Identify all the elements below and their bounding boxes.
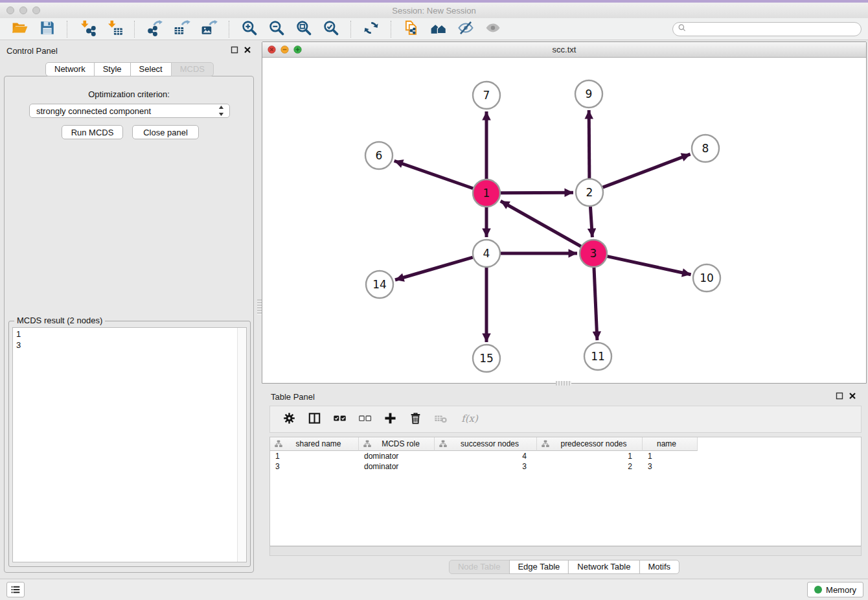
memory-label: Memory (826, 585, 856, 595)
export-image-icon (201, 19, 218, 38)
tab-motifs[interactable]: Motifs (639, 560, 680, 574)
graph-node-15[interactable]: 15 (473, 345, 500, 372)
graph-node-label: 3 (590, 247, 597, 260)
column-header-name[interactable]: name (643, 437, 698, 451)
network-canvas[interactable]: 7968124314101511 (262, 58, 866, 383)
tree-icon (542, 440, 549, 448)
search-input[interactable] (687, 23, 861, 35)
result-scrollbar[interactable] (237, 328, 246, 562)
table-row[interactable]: 3dominator323 (270, 461, 861, 472)
delete-table-icon (434, 411, 448, 427)
graph-node-label: 9 (586, 87, 593, 100)
mcds-result-textarea[interactable]: 13 (12, 327, 247, 562)
graph-edge-3-11[interactable] (594, 268, 597, 340)
graph-edge-2-8[interactable] (603, 154, 691, 187)
gear-button[interactable] (282, 411, 296, 427)
network-graph: 7968124314101511 (262, 58, 866, 383)
first-neighbors-button[interactable] (429, 20, 448, 38)
zoom-fit-button[interactable] (295, 20, 313, 38)
graph-node-3[interactable]: 3 (580, 240, 607, 267)
tab-select[interactable]: Select (130, 62, 172, 76)
control-panel-close-icon[interactable] (242, 45, 253, 56)
graph-node-7[interactable]: 7 (473, 82, 500, 109)
vertical-splitter-grip[interactable] (257, 299, 262, 315)
zoom-selected-button[interactable] (322, 20, 340, 38)
control-panel-tabs: NetworkStyleSelectMCDS (45, 62, 214, 76)
graph-node-4[interactable]: 4 (473, 240, 500, 267)
tab-mcds[interactable]: MCDS (171, 62, 214, 76)
zoom-out-button[interactable] (268, 20, 286, 38)
table-panel-close-icon[interactable] (847, 391, 858, 402)
tab-style[interactable]: Style (94, 62, 131, 76)
delete-button[interactable] (409, 411, 422, 427)
tab-network-table[interactable]: Network Table (568, 560, 639, 574)
graph-edge-3-1[interactable] (501, 201, 581, 246)
graph-node-11[interactable]: 11 (584, 343, 611, 370)
zoom-in-button[interactable] (240, 20, 258, 38)
graph-edge-2-3[interactable] (590, 207, 592, 237)
graph-node-8[interactable]: 8 (692, 135, 719, 162)
task-history-button[interactable] (6, 582, 25, 597)
graph-edge-2-9[interactable] (589, 110, 589, 178)
column-label: predecessor nodes (552, 439, 642, 448)
memory-status-icon (814, 586, 822, 594)
tab-network[interactable]: Network (45, 62, 95, 76)
export-image-button[interactable] (200, 20, 218, 38)
duplicate-network-button[interactable] (402, 20, 420, 38)
memory-button[interactable]: Memory (807, 582, 863, 597)
mcds-tab-content: Optimization criterion: strongly connect… (4, 76, 254, 573)
graph-edge-1-2[interactable] (501, 192, 573, 193)
import-table-button[interactable] (106, 20, 124, 38)
zoom-fit-icon (295, 19, 312, 38)
node-table: shared nameMCDS rolesuccessor nodesprede… (269, 437, 862, 546)
graph-node-label: 1 (483, 187, 490, 200)
tab-node-table[interactable]: Node Table (449, 560, 510, 574)
control-panel-float-icon[interactable] (229, 45, 240, 56)
import-network-button[interactable] (78, 20, 97, 38)
cell-name: 3 (643, 461, 698, 472)
graph-node-10[interactable]: 10 (693, 264, 720, 292)
close-panel-button[interactable]: Close panel (132, 125, 199, 139)
add-button[interactable] (383, 411, 397, 427)
graph-node-label: 2 (586, 186, 593, 199)
refresh-button[interactable] (362, 20, 380, 38)
save-button[interactable] (38, 20, 56, 38)
refresh-icon (363, 19, 380, 38)
graph-node-14[interactable]: 14 (366, 271, 393, 298)
search-field (672, 22, 862, 36)
tree-icon (275, 440, 282, 448)
toolbar-separator (134, 21, 135, 38)
graph-node-1[interactable]: 1 (473, 179, 500, 207)
graph-node-label: 14 (372, 278, 387, 291)
select-all-icon (333, 411, 347, 427)
graph-edge-1-6[interactable] (394, 161, 474, 188)
criterion-select[interactable]: strongly connected component (29, 104, 230, 118)
graph-node-6[interactable]: 6 (365, 142, 393, 169)
select-all-button[interactable] (333, 411, 347, 427)
column-header-predecessor-nodes[interactable]: predecessor nodes (537, 437, 643, 451)
graph-edge-3-10[interactable] (607, 257, 691, 275)
column-header-successor-nodes[interactable]: successor nodes (435, 437, 537, 451)
table-horizontal-scrollbar[interactable] (269, 546, 862, 556)
graph-edge-4-14[interactable] (395, 257, 473, 280)
run-mcds-button[interactable]: Run MCDS (62, 125, 123, 139)
tab-edge-table[interactable]: Edge Table (508, 560, 569, 574)
open-folder-button[interactable] (11, 20, 29, 38)
table-panel: Table Panel f(x) shared nameMCDS rolesuc… (262, 386, 867, 577)
column-header-mcds-role[interactable]: MCDS role (359, 437, 435, 451)
hide-selected-button[interactable] (457, 20, 475, 38)
deselect-all-button[interactable] (358, 411, 372, 427)
graph-node-2[interactable]: 2 (576, 179, 603, 206)
graph-node-9[interactable]: 9 (575, 80, 602, 108)
graph-node-label: 8 (702, 142, 709, 155)
import-network-icon (79, 19, 96, 38)
table-panel-float-icon[interactable] (834, 391, 845, 402)
show-columns-button[interactable] (308, 411, 321, 427)
export-network-button[interactable] (146, 20, 164, 38)
column-header-shared-name[interactable]: shared name (270, 437, 359, 451)
table-row[interactable]: 1dominator411 (270, 451, 861, 461)
network-window-titlebar[interactable]: scc.txt (262, 42, 866, 58)
horizontal-splitter-grip[interactable] (556, 381, 571, 386)
result-line: 1 (13, 329, 237, 340)
export-table-button[interactable] (173, 20, 191, 38)
